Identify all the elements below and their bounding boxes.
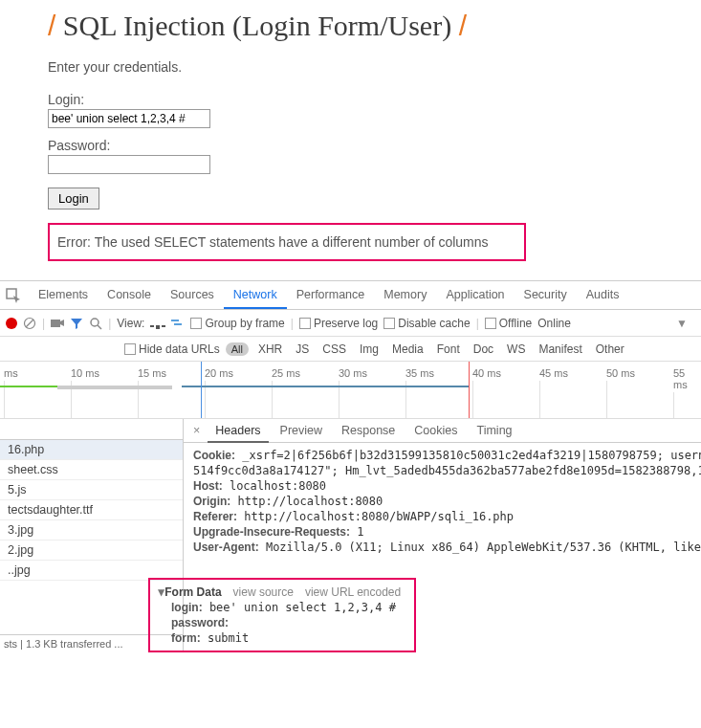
form-data-section: Form Data xyxy=(164,585,221,599)
request-row[interactable]: 2.jpg xyxy=(0,540,183,561)
tab-preview[interactable]: Preview xyxy=(273,419,330,443)
view-url-encoded-link[interactable]: view URL encoded xyxy=(305,585,401,599)
header-value: 1 xyxy=(357,525,363,539)
inspect-icon[interactable] xyxy=(6,288,21,303)
search-icon[interactable] xyxy=(89,317,102,330)
group-by-frame-checkbox[interactable] xyxy=(190,318,202,329)
tick-label: 30 ms xyxy=(339,367,367,379)
preserve-log-label: Preserve log xyxy=(314,317,378,330)
request-row[interactable]: tectsdaughter.ttf xyxy=(0,500,183,520)
form-value: bee' union select 1,2,3,4 # xyxy=(209,601,396,614)
tab-network[interactable]: Network xyxy=(224,281,287,309)
svg-rect-7 xyxy=(174,323,182,325)
header-value: _xsrf=2|6f256b6f|b32d31599135810c50031c2… xyxy=(242,449,701,462)
hide-data-urls-checkbox[interactable] xyxy=(124,343,136,355)
record-icon[interactable] xyxy=(6,318,17,329)
list-view-icon[interactable] xyxy=(150,317,165,330)
filter-doc[interactable]: Doc xyxy=(470,342,497,356)
header-value: Mozilla/5.0 (X11; Linux x86_64) AppleWeb… xyxy=(266,540,701,554)
title-text: SQL Injection (Login Form/User) xyxy=(63,10,451,41)
header-value: http://localhost:8080/bWAPP/sqli_16.php xyxy=(244,510,514,523)
tab-headers[interactable]: Headers xyxy=(208,419,268,443)
tab-timing[interactable]: Timing xyxy=(470,419,520,443)
header-value: localhost:8080 xyxy=(230,479,326,493)
disable-cache-checkbox[interactable] xyxy=(383,318,395,329)
devtools-panel: Elements Console Sources Network Perform… xyxy=(0,280,701,652)
camera-icon[interactable] xyxy=(51,318,64,328)
hide-data-urls-label: Hide data URLs xyxy=(139,342,220,356)
clear-icon[interactable] xyxy=(23,317,36,330)
online-dropdown[interactable]: Online xyxy=(537,317,571,330)
svg-rect-3 xyxy=(51,320,60,327)
filter-all[interactable]: All xyxy=(226,342,249,356)
filter-xhr[interactable]: XHR xyxy=(254,342,286,356)
svg-point-4 xyxy=(91,319,99,326)
request-row[interactable]: 16.php xyxy=(0,440,183,460)
tab-security[interactable]: Security xyxy=(515,281,577,309)
slash-icon: / xyxy=(459,10,467,41)
request-row[interactable]: 3.jpg xyxy=(0,520,183,540)
tab-sources[interactable]: Sources xyxy=(161,281,224,309)
password-label: Password: xyxy=(48,138,653,153)
tick-label: 35 ms xyxy=(405,367,434,379)
header-key: User-Agent: xyxy=(193,540,259,554)
header-value: http://localhost:8080 xyxy=(238,495,383,508)
login-input[interactable] xyxy=(48,109,210,128)
filter-ws[interactable]: WS xyxy=(503,342,529,356)
login-button[interactable]: Login xyxy=(48,188,99,210)
tab-audits[interactable]: Audits xyxy=(577,281,629,309)
svg-line-5 xyxy=(98,325,101,329)
chevron-down-icon[interactable]: ▼ xyxy=(676,317,688,330)
tab-application[interactable]: Application xyxy=(436,281,514,309)
request-row[interactable]: 5.js xyxy=(0,480,183,500)
tick-label: 45 ms xyxy=(539,367,568,379)
filter-manifest[interactable]: Manifest xyxy=(535,342,585,356)
devtools-tabs: Elements Console Sources Network Perform… xyxy=(29,281,628,309)
network-timeline[interactable]: ms 10 ms 15 ms 20 ms 25 ms 30 ms 35 ms 4… xyxy=(0,362,701,419)
view-label: View: xyxy=(117,317,144,330)
svg-line-2 xyxy=(26,320,33,327)
filter-font[interactable]: Font xyxy=(433,342,464,356)
filter-img[interactable]: Img xyxy=(356,342,383,356)
tab-response[interactable]: Response xyxy=(334,419,403,443)
form-key: form: xyxy=(171,631,201,645)
header-key: Referer: xyxy=(193,510,237,523)
tick-label: 20 ms xyxy=(205,367,233,379)
filter-bar: Hide data URLs All XHR JS CSS Img Media … xyxy=(0,337,701,362)
view-source-link[interactable]: view source xyxy=(233,585,294,599)
tick-label: ms xyxy=(4,367,18,379)
filter-other[interactable]: Other xyxy=(592,342,628,356)
tab-memory[interactable]: Memory xyxy=(374,281,436,309)
filter-media[interactable]: Media xyxy=(388,342,427,356)
header-key: Upgrade-Insecure-Requests: xyxy=(193,525,350,539)
offline-checkbox[interactable] xyxy=(485,318,496,329)
tab-console[interactable]: Console xyxy=(98,281,161,309)
svg-rect-6 xyxy=(171,320,179,321)
tick-label: 15 ms xyxy=(138,367,166,379)
offline-label: Offline xyxy=(499,317,532,330)
disable-cache-label: Disable cache xyxy=(398,317,470,330)
page-title: / SQL Injection (Login Form/User) / xyxy=(48,10,653,42)
tab-cookies[interactable]: Cookies xyxy=(406,419,465,443)
form-data-highlight: ▼Form Dataview sourceview URL encoded lo… xyxy=(148,578,416,652)
tab-performance[interactable]: Performance xyxy=(287,281,375,309)
credentials-prompt: Enter your credentials. xyxy=(48,59,653,75)
request-row[interactable]: sheet.css xyxy=(0,460,183,480)
tick-label: 50 ms xyxy=(606,367,635,379)
form-value: submit xyxy=(208,631,249,645)
close-icon[interactable]: × xyxy=(189,424,204,437)
header-key: Origin: xyxy=(193,495,230,508)
header-value: 514f9cc0d3a8a174127"; Hm_lvt_5adedb455da… xyxy=(193,464,701,477)
tick-label: 40 ms xyxy=(472,367,501,379)
waterfall-view-icon[interactable] xyxy=(171,319,185,328)
form-key: login: xyxy=(171,601,203,614)
password-input[interactable] xyxy=(48,155,210,174)
filter-css[interactable]: CSS xyxy=(318,342,350,356)
tick-label: 10 ms xyxy=(71,367,99,379)
tab-elements[interactable]: Elements xyxy=(29,281,98,309)
preserve-log-checkbox[interactable] xyxy=(299,318,311,329)
filter-icon[interactable] xyxy=(70,317,83,330)
filter-js[interactable]: JS xyxy=(292,342,313,356)
error-message: Error: The used SELECT statements have a… xyxy=(48,223,526,261)
tick-label: 25 ms xyxy=(272,367,300,379)
